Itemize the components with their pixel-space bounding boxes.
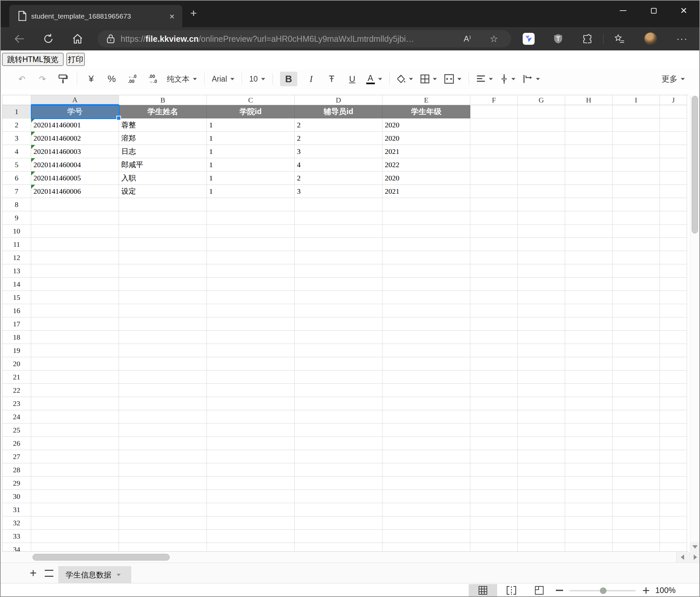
cell-I25[interactable]: [612, 424, 660, 437]
row-header-13[interactable]: 13: [2, 264, 31, 278]
row-header-17[interactable]: 17: [2, 317, 31, 331]
cell-A27[interactable]: [31, 450, 119, 463]
cell-G29[interactable]: [518, 477, 565, 490]
zoom-in-button[interactable]: +: [639, 584, 653, 597]
cell-H27[interactable]: [565, 450, 612, 463]
cell-D26[interactable]: [295, 437, 382, 450]
cell-D16[interactable]: [295, 304, 382, 317]
undo-button[interactable]: ↶: [15, 72, 28, 86]
cell-H21[interactable]: [565, 371, 612, 384]
cell-G12[interactable]: [518, 251, 565, 264]
cell-C19[interactable]: [207, 344, 295, 357]
cell-C8[interactable]: [207, 198, 295, 211]
cell-F20[interactable]: [470, 357, 518, 371]
cell-G9[interactable]: [518, 211, 565, 224]
cell-I4[interactable]: [612, 145, 660, 158]
column-header-A[interactable]: A: [31, 95, 119, 105]
cell-A21[interactable]: [31, 371, 119, 384]
italic-button[interactable]: I: [305, 72, 318, 86]
row-header-26[interactable]: 26: [2, 437, 31, 450]
column-header-J[interactable]: J: [660, 95, 687, 105]
cell-B20[interactable]: [119, 357, 207, 371]
row-header-30[interactable]: 30: [2, 490, 31, 503]
bold-button[interactable]: B: [280, 72, 297, 86]
row-header-33[interactable]: 33: [2, 530, 31, 543]
cell-D13[interactable]: [295, 264, 382, 278]
more-tools-dropdown[interactable]: 更多: [661, 72, 685, 86]
cell-E27[interactable]: [382, 450, 470, 463]
cell-H7[interactable]: [565, 185, 612, 198]
cell-G3[interactable]: [518, 132, 565, 145]
cell-I21[interactable]: [612, 371, 660, 384]
cell-G22[interactable]: [518, 384, 565, 397]
increase-decimal-button[interactable]: .00→.0: [146, 72, 159, 86]
cell-B17[interactable]: [119, 317, 207, 331]
cell-C29[interactable]: [207, 477, 295, 490]
cell-H34[interactable]: [565, 543, 612, 552]
cell-B26[interactable]: [119, 437, 207, 450]
cell-C25[interactable]: [207, 424, 295, 437]
scroll-left-button[interactable]: [676, 552, 689, 563]
cell-C33[interactable]: [207, 530, 295, 543]
cell-I24[interactable]: [612, 410, 660, 424]
cell-I3[interactable]: [612, 132, 660, 145]
profile-avatar[interactable]: [644, 32, 657, 45]
cell-C12[interactable]: [207, 251, 295, 264]
cell-C27[interactable]: [207, 450, 295, 463]
cell-E8[interactable]: [382, 198, 470, 211]
cell-E16[interactable]: [382, 304, 470, 317]
text-wrap-dropdown[interactable]: [523, 72, 540, 86]
cell-A23[interactable]: [31, 397, 119, 410]
cell-G27[interactable]: [518, 450, 565, 463]
cell-E32[interactable]: [382, 517, 470, 530]
cell-F12[interactable]: [470, 251, 518, 264]
cell-I15[interactable]: [612, 291, 660, 304]
page-layout-view-button[interactable]: [525, 584, 553, 597]
cell-I27[interactable]: [612, 450, 660, 463]
cell-G10[interactable]: [518, 224, 565, 238]
cell-C9[interactable]: [207, 211, 295, 224]
cell-I23[interactable]: [612, 397, 660, 410]
column-header-E[interactable]: E: [382, 95, 470, 105]
cell-H28[interactable]: [565, 463, 612, 477]
cell-F13[interactable]: [470, 264, 518, 278]
cell-I6[interactable]: [612, 171, 660, 185]
cell-G2[interactable]: [518, 118, 565, 132]
cell-J33[interactable]: [660, 530, 687, 543]
cell-G34[interactable]: [518, 543, 565, 552]
cell-B33[interactable]: [119, 530, 207, 543]
cell-I14[interactable]: [612, 278, 660, 291]
cell-F25[interactable]: [470, 424, 518, 437]
cell-C11[interactable]: [207, 238, 295, 251]
cell-J3[interactable]: [660, 132, 687, 145]
cell-J31[interactable]: [660, 503, 687, 517]
cell-J19[interactable]: [660, 344, 687, 357]
cell-H12[interactable]: [565, 251, 612, 264]
favorite-star-button[interactable]: ☆: [485, 30, 502, 47]
cell-G1[interactable]: [518, 105, 565, 118]
cell-B4[interactable]: 日志: [119, 145, 207, 158]
cell-E14[interactable]: [382, 278, 470, 291]
row-header-23[interactable]: 23: [2, 397, 31, 410]
extension-bird-icon[interactable]: [523, 33, 534, 45]
cell-F9[interactable]: [470, 211, 518, 224]
cell-F14[interactable]: [470, 278, 518, 291]
cell-B8[interactable]: [119, 198, 207, 211]
cell-E4[interactable]: 2021: [382, 145, 470, 158]
cell-J21[interactable]: [660, 371, 687, 384]
row-header-5[interactable]: 5: [2, 158, 31, 171]
cell-I19[interactable]: [612, 344, 660, 357]
cell-F29[interactable]: [470, 477, 518, 490]
format-painter-button[interactable]: [56, 72, 70, 86]
cell-G7[interactable]: [518, 185, 565, 198]
row-header-8[interactable]: 8: [2, 198, 31, 211]
cell-J26[interactable]: [660, 437, 687, 450]
font-size-dropdown[interactable]: 10: [249, 72, 265, 86]
cell-G20[interactable]: [518, 357, 565, 371]
cell-J30[interactable]: [660, 490, 687, 503]
cell-A5[interactable]: 2020141460004: [31, 158, 119, 171]
cell-B14[interactable]: [119, 278, 207, 291]
cell-I16[interactable]: [612, 304, 660, 317]
cell-F10[interactable]: [470, 224, 518, 238]
cell-A1[interactable]: 学号: [31, 105, 119, 118]
